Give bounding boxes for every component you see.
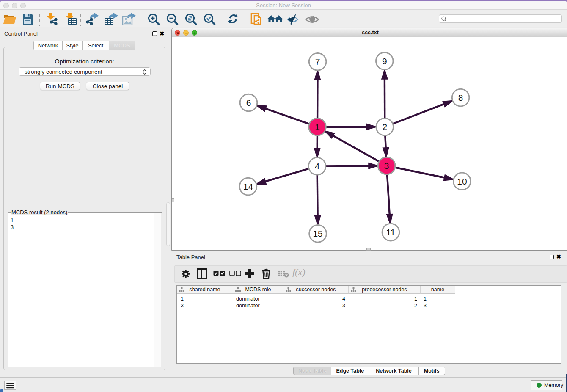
svg-text:4: 4	[315, 161, 320, 171]
svg-text:1: 1	[315, 122, 320, 132]
svg-text:2: 2	[382, 122, 387, 132]
svg-text:7: 7	[315, 57, 320, 66]
svg-text:14: 14	[243, 182, 253, 191]
svg-text:10: 10	[457, 177, 467, 186]
svg-text:8: 8	[458, 93, 463, 102]
svg-text:9: 9	[382, 56, 387, 66]
svg-text:6: 6	[246, 98, 251, 108]
svg-text:11: 11	[386, 227, 395, 237]
svg-text:3: 3	[384, 161, 389, 171]
svg-text:15: 15	[313, 229, 322, 238]
